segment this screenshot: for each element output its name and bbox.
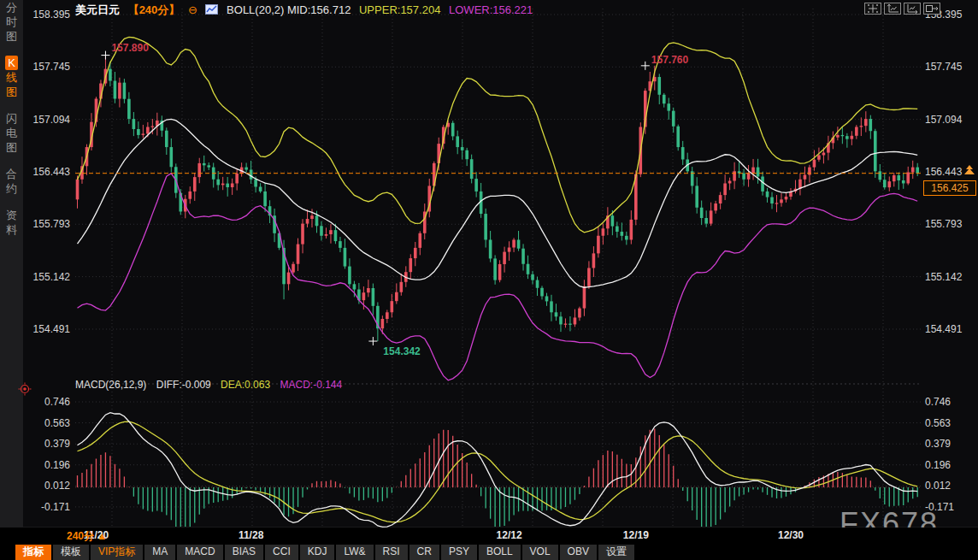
- tab-PSY[interactable]: PSY: [441, 545, 477, 560]
- price-tick: 154.491: [925, 323, 978, 335]
- chart-type-icon[interactable]: [205, 3, 218, 16]
- price-annotation: 157.760: [651, 54, 688, 66]
- tab-设置[interactable]: 设置: [598, 545, 634, 560]
- macd-tick: 0.012: [925, 480, 978, 492]
- sidebar-item-4[interactable]: 合约: [5, 167, 18, 196]
- sidebar: 分时图K线图闪电图合约资料: [0, 0, 23, 528]
- tab-CR[interactable]: CR: [409, 545, 439, 560]
- tab-BOLL[interactable]: BOLL: [479, 545, 521, 560]
- price-tick: 157.745: [925, 61, 978, 73]
- app-window: 分时图K线图闪电图合约资料 美元日元 【240分】 ⊖ BOLL(20,2) M…: [0, 0, 978, 560]
- tab-RSI[interactable]: RSI: [375, 545, 408, 560]
- scale-x-axis-icon[interactable]: [904, 3, 921, 15]
- current-price-value: 156.425: [931, 182, 968, 194]
- boll-lower-legend: LOWER:156.221: [449, 3, 533, 16]
- collapse-icon[interactable]: ⊖: [188, 3, 197, 16]
- sidebar-item-3[interactable]: 闪电图: [5, 111, 18, 155]
- macd-tick: 0.563: [925, 417, 978, 429]
- interval-tag[interactable]: 【240分】: [128, 3, 180, 16]
- boll-legend: BOLL(20,2) MID:156.712: [227, 3, 351, 16]
- tab-VIP指标[interactable]: VIP指标: [91, 545, 143, 560]
- alert-dot-icon[interactable]: [18, 382, 32, 399]
- price-tick: 156.443: [925, 166, 978, 178]
- chart-canvas[interactable]: [0, 0, 978, 560]
- sidebar-item-2[interactable]: K线图: [5, 56, 18, 99]
- current-price-box: 156.425: [923, 180, 976, 196]
- macd-legend: MACD(26,12,9): [75, 379, 146, 391]
- macd-tick: 0.196: [925, 459, 978, 471]
- macd-info-bar: MACD(26,12,9) DIFF:-0.009 DEA:0.063 MACD…: [75, 379, 349, 391]
- time-axis: 240分 ▲ 11/2011/2812/1212/1912/30: [0, 528, 978, 545]
- symbol-title: 美元日元: [75, 3, 120, 16]
- sidebar-item-1[interactable]: 分时图: [5, 0, 18, 44]
- chart-info-bar: 美元日元 【240分】 ⊖ BOLL(20,2) MID:156.712 UPP…: [75, 3, 538, 18]
- tab-MACD[interactable]: MACD: [177, 545, 222, 560]
- macd-dea-value: DEA:0.063: [221, 379, 270, 391]
- pan-right-icon[interactable]: [923, 3, 940, 15]
- tab-模板[interactable]: 模板: [53, 545, 89, 560]
- boll-upper-legend: UPPER:157.204: [359, 3, 440, 16]
- price-tick: 157.094: [925, 114, 978, 126]
- price-annotation: 154.342: [383, 345, 420, 357]
- triangle-up-icon: ▲: [97, 530, 107, 542]
- tab-LW&[interactable]: LW&: [336, 545, 373, 560]
- macd-tick: 0.379: [925, 438, 978, 450]
- sidebar-item-5[interactable]: 资料: [5, 208, 18, 237]
- macd-tick: 0.746: [925, 396, 978, 408]
- tab-指标[interactable]: 指标: [15, 545, 51, 560]
- tab-KDJ[interactable]: KDJ: [300, 545, 335, 560]
- date-label: 11/28: [239, 529, 263, 541]
- chart-toolbar: [864, 3, 940, 15]
- tab-OBV[interactable]: OBV: [560, 545, 597, 560]
- tab-VOL[interactable]: VOL: [522, 545, 558, 560]
- indicator-tab-bar: 指标模板VIP指标MAMACDBIASCCIKDJLW&RSICRPSYBOLL…: [0, 545, 978, 560]
- price-annotation: 157.890: [111, 42, 148, 54]
- redacted-region: [298, 528, 442, 544]
- price-tick: 155.793: [925, 218, 978, 230]
- macd-diff-value: DIFF:-0.009: [156, 379, 211, 391]
- date-label: 12/19: [623, 529, 649, 541]
- tab-MA[interactable]: MA: [144, 545, 175, 560]
- crosshair-tool-icon[interactable]: [864, 3, 881, 15]
- tab-BIAS[interactable]: BIAS: [225, 545, 263, 560]
- macd-macd-value: MACD:-0.144: [280, 379, 342, 391]
- date-label: 12/12: [497, 529, 522, 541]
- price-tick: 155.142: [925, 271, 978, 283]
- scale-y-axis-icon[interactable]: [884, 3, 901, 15]
- tab-CCI[interactable]: CCI: [265, 545, 298, 560]
- period-selector[interactable]: 240分 ▲: [67, 529, 107, 544]
- date-label: 12/30: [778, 529, 804, 541]
